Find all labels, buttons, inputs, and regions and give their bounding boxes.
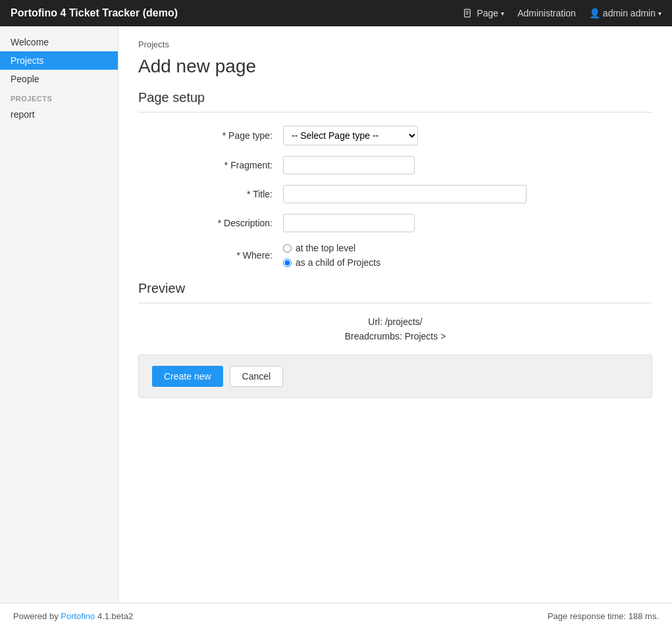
where-child-label: as a child of Projects bbox=[296, 257, 380, 268]
description-label: * Description: bbox=[138, 218, 283, 228]
preview-title: Preview bbox=[138, 281, 652, 296]
where-radio-group: at the top level as a child of Projects bbox=[283, 243, 380, 268]
create-new-button[interactable]: Create new bbox=[152, 366, 223, 387]
sidebar-item-people[interactable]: People bbox=[0, 70, 118, 88]
page-title: Add new page bbox=[138, 56, 652, 77]
navbar: Portofino 4 Ticket Tracker (demo) Page ▾… bbox=[0, 0, 672, 26]
page-type-row: * Page type: -- Select Page type -- CRUD… bbox=[138, 126, 652, 145]
footer-powered-by: Powered by Portofino 4.1.beta2 bbox=[13, 611, 133, 621]
app-title: Portofino 4 Ticket Tracker (demo) bbox=[11, 7, 450, 19]
response-time: Page response time: 188 ms. bbox=[548, 611, 659, 621]
cancel-button[interactable]: Cancel bbox=[230, 366, 284, 387]
where-top-level-label: at the top level bbox=[296, 243, 355, 253]
where-child-option[interactable]: as a child of Projects bbox=[283, 257, 380, 268]
preview-info: Url: /projects/ Breadcrumbs: Projects > bbox=[138, 316, 652, 341]
breadcrumb: Projects bbox=[138, 39, 652, 49]
page-menu[interactable]: Page ▾ bbox=[463, 8, 504, 18]
preview-breadcrumbs: Breadcrumbs: Projects > bbox=[138, 331, 652, 341]
where-child-radio[interactable] bbox=[283, 259, 292, 267]
page-setup-title: Page setup bbox=[138, 90, 652, 105]
footer: Powered by Portofino 4.1.beta2 Page resp… bbox=[0, 603, 672, 629]
user-menu[interactable]: 👤 admin admin ▾ bbox=[589, 8, 661, 18]
page-menu-caret: ▾ bbox=[501, 10, 504, 17]
action-bar: Create new Cancel bbox=[138, 355, 652, 398]
main-layout: Welcome Projects People PROJECTS report … bbox=[0, 26, 672, 603]
title-row: * Title: bbox=[138, 185, 652, 203]
fragment-input[interactable] bbox=[283, 156, 415, 174]
portofino-version: 4.1.beta2 bbox=[95, 611, 133, 621]
fragment-label: * Fragment: bbox=[138, 160, 283, 170]
sidebar-item-welcome[interactable]: Welcome bbox=[0, 33, 118, 51]
description-row: * Description: bbox=[138, 214, 652, 232]
description-input[interactable] bbox=[283, 214, 415, 232]
preview-url: Url: /projects/ bbox=[138, 316, 652, 327]
content-area: Projects Add new page Page setup * Page … bbox=[118, 26, 672, 603]
sidebar-item-projects[interactable]: Projects bbox=[0, 51, 118, 70]
fragment-row: * Fragment: bbox=[138, 156, 652, 174]
page-type-label: * Page type: bbox=[138, 130, 283, 141]
user-menu-caret: ▾ bbox=[658, 10, 661, 17]
sidebar: Welcome Projects People PROJECTS report bbox=[0, 26, 118, 603]
page-menu-label: Page bbox=[477, 8, 498, 18]
preview-divider bbox=[138, 303, 652, 303]
sidebar-item-report[interactable]: report bbox=[0, 105, 118, 124]
where-top-level-option[interactable]: at the top level bbox=[283, 243, 380, 253]
sidebar-section-projects: PROJECTS bbox=[0, 88, 118, 105]
title-label: * Title: bbox=[138, 189, 283, 199]
user-menu-label: admin admin bbox=[603, 8, 656, 18]
setup-divider bbox=[138, 112, 652, 113]
where-row: * Where: at the top level as a child of … bbox=[138, 243, 652, 268]
where-top-level-radio[interactable] bbox=[283, 244, 292, 253]
title-input[interactable] bbox=[283, 185, 527, 203]
user-icon: 👤 bbox=[589, 8, 600, 18]
page-type-select[interactable]: -- Select Page type -- CRUD Custom Embed… bbox=[283, 126, 418, 145]
where-label: * Where: bbox=[138, 250, 283, 261]
administration-link[interactable]: Administration bbox=[517, 8, 576, 18]
page-setup-form: * Page type: -- Select Page type -- CRUD… bbox=[138, 126, 652, 268]
portofino-link[interactable]: Portofino bbox=[61, 611, 95, 621]
